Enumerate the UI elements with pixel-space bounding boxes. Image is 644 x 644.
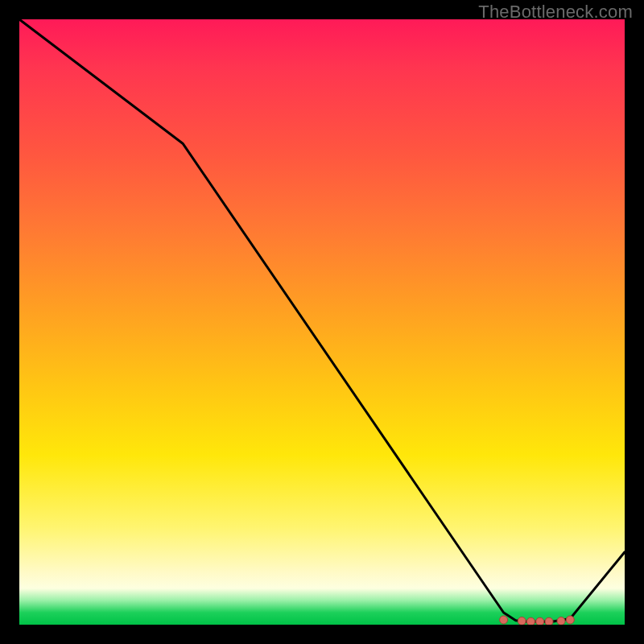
marker-dot [566, 616, 574, 624]
marker-dot [536, 617, 544, 625]
plot-area [19, 19, 625, 625]
marker-dot [557, 617, 565, 625]
marker-dot [526, 617, 535, 625]
chart-svg [19, 19, 625, 625]
curve-line [19, 19, 625, 621]
marker-dot [500, 616, 508, 624]
marker-dot [518, 617, 526, 625]
marker-dot [545, 617, 553, 625]
chart-frame: TheBottleneck.com [0, 0, 644, 644]
